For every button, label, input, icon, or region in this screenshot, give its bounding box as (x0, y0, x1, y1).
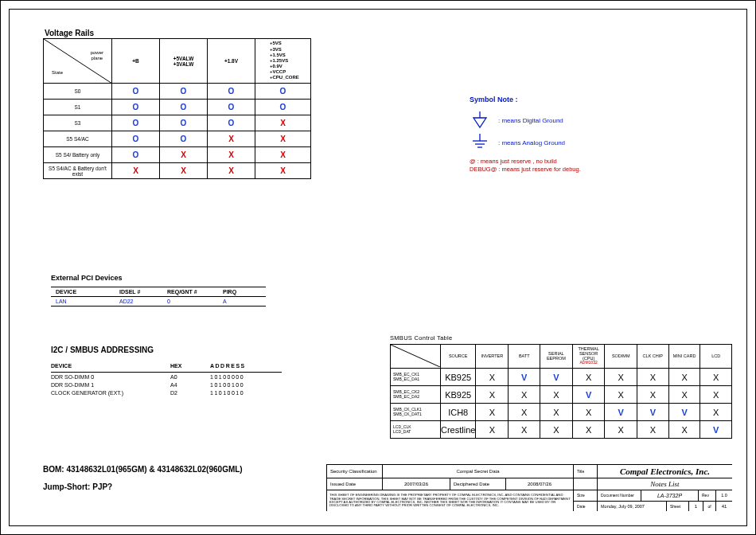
vr-cell: X (208, 147, 255, 163)
svg-line-0 (44, 39, 112, 84)
page: Voltage Rails power plane State +B +5VAL… (0, 0, 756, 535)
rev-label: Rev (699, 490, 716, 501)
smbus-cell: X (540, 386, 573, 404)
smbus-row: SMB_CK_CLK1SMB_CK_DAT1ICH8XXXXVVVX (391, 404, 732, 421)
smbus-row-label: SMB_EC_CK1SMB_EC_DA1 (391, 369, 441, 386)
pci-title: External PCI Devices (51, 274, 123, 282)
vr-corner-cell: power plane State (44, 39, 112, 84)
vr-row-label: S5 S4/AC (44, 131, 112, 147)
smbus-cell: V (637, 404, 668, 421)
voltage-rails-table: power plane State +B +5VALW +3VALW +1.8V… (43, 38, 311, 179)
vr-cell: X (112, 163, 160, 179)
i2c-cell: 10100100 (210, 381, 282, 389)
notes-title: Notes List (598, 478, 732, 490)
digital-ground-row: : means Digital Ground (470, 111, 708, 129)
smbus-cell: X (540, 404, 573, 421)
smbus-row: SMB_EC_CK2SMB_EC_DA2KB925XXXVXXXX (391, 386, 732, 404)
smbus-cell: X (668, 369, 700, 386)
debug-note: DEBUG@ : means just reserve for debug. (470, 166, 708, 174)
i2c-cell: 11010010 (210, 389, 282, 396)
smbus-cell: X (540, 421, 573, 439)
vr-cell: O (160, 84, 208, 100)
smbus-title: SMBUS Control Table (390, 334, 453, 342)
smbus-source: KB925 (441, 386, 476, 404)
vr-row: S1OOOO (44, 100, 311, 115)
vr-diagonal-icon (44, 39, 112, 84)
smbus-row: LCD_CLKLCD_DATCrestlineXXXXXXXV (391, 421, 732, 439)
smbus-h-sodimm: SODIMM (605, 345, 637, 369)
pci-h-pirq: PIRQ (218, 287, 266, 297)
vr-cell: X (255, 115, 311, 131)
title-label: Title (574, 465, 598, 478)
i2c-table: DEVICE HEX ADDRESS DDR SO-DIMM 0A0101000… (51, 361, 282, 396)
analog-ground-row: : means Analog Ground (470, 134, 708, 151)
smbus-row: SMB_EC_CK1SMB_EC_DA1KB925XVVXXXXX (391, 369, 732, 386)
vr-cell: X (255, 131, 311, 147)
vr-cell: O (208, 84, 255, 100)
i2c-cell: DDR SO-DIMM 0 (51, 373, 170, 381)
title-block: Security Classification Compal Secret Da… (326, 464, 732, 511)
smbus-cell: V (572, 386, 605, 404)
vr-row: S5 S4/ACOOXX (44, 131, 311, 147)
smbus-cell: X (605, 369, 637, 386)
issued-value: 2007/03/26 (383, 478, 450, 490)
smbus-row-label: SMB_EC_CK2SMB_EC_DA2 (391, 386, 441, 404)
smbus-cell: V (540, 369, 573, 386)
docnum-value: LA-3732P (641, 490, 699, 501)
pci-pirq: A (218, 297, 266, 307)
i2c-cell: A4 (170, 381, 210, 389)
smbus-h-minicard: MINI CARD (668, 345, 700, 369)
smbus-cell: X (509, 404, 540, 421)
vr-row-label: S1 (44, 100, 112, 115)
sec-class-label: Security Classification (327, 465, 383, 478)
smbus-h-eeprom: SERIAL EEPROM (540, 345, 573, 369)
vr-cell: O (112, 100, 160, 115)
smbus-cell: X (668, 421, 700, 439)
sec-class-value: Compal Secret Data (383, 465, 574, 478)
content-area: Voltage Rails power plane State +B +5VAL… (24, 24, 732, 511)
voltage-rails-title: Voltage Rails (45, 29, 94, 37)
bom-line: BOM: 43148632L01(965GM) & 43148632L02(96… (43, 465, 243, 474)
fine-print: THIS SHEET OF ENGINEERING DRAWING IS THE… (327, 490, 574, 511)
vr-cell: X (255, 163, 311, 179)
issued-label: Issued Date (327, 478, 383, 490)
vr-cell: X (208, 163, 255, 179)
smbus-cell: X (637, 369, 668, 386)
pci-h-reqgnt: REQ/GNT # (162, 287, 218, 297)
analog-ground-text: : means Analog Ground (498, 139, 565, 146)
sheet-tot: 41 (716, 502, 732, 512)
i2c-h-hex: HEX (170, 361, 210, 373)
vr-col-multi: +5VS +3VS +1.5VS +1.25VS +0.9V +VCCP +CP… (255, 39, 311, 84)
smbus-cell: X (605, 386, 637, 404)
date-label: Date (574, 502, 598, 512)
smbus-cell: X (476, 404, 509, 421)
company-name: Compal Electronics, Inc. (598, 465, 732, 478)
smbus-cell: X (637, 421, 668, 439)
sheet-label: Sheet (667, 502, 689, 512)
smbus-cell: X (476, 421, 509, 439)
smbus-cell: X (637, 386, 668, 404)
i2c-row: CLOCK GENERATOR (EXT.)D211010010 (51, 389, 282, 396)
vr-cell: O (208, 100, 255, 115)
smbus-row-label: LCD_CLKLCD_DAT (391, 421, 441, 439)
vr-cell: O (160, 115, 208, 131)
smbus-row-label: SMB_CK_CLK1SMB_CK_DAT1 (391, 404, 441, 421)
vr-row-label: S0 (44, 84, 112, 100)
vr-col-valw: +5VALW +3VALW (160, 39, 208, 84)
i2c-cell: CLOCK GENERATOR (EXT.) (51, 389, 170, 396)
vr-cell: O (112, 147, 160, 163)
rev-value: 1.0 (716, 490, 732, 501)
smbus-cell: X (572, 369, 605, 386)
date-value: Monday, July 09, 2007 (598, 502, 667, 512)
vr-cell: O (112, 84, 160, 100)
smbus-source: Crestline (441, 421, 476, 439)
vr-row: S3OOOX (44, 115, 311, 131)
vr-cell: O (208, 115, 255, 131)
pci-h-device: DEVICE (51, 287, 115, 297)
smbus-h-lcd: LCD (700, 345, 732, 369)
pci-h-idsel: IDSEL # (115, 287, 162, 297)
vr-cell: X (255, 147, 311, 163)
i2c-title: I2C / SMBUS ADDRESSING (51, 346, 154, 354)
deciphered-label: Deciphered Date (450, 478, 506, 490)
vr-row: S5 S4/ Battery onlyOXXX (44, 147, 311, 163)
